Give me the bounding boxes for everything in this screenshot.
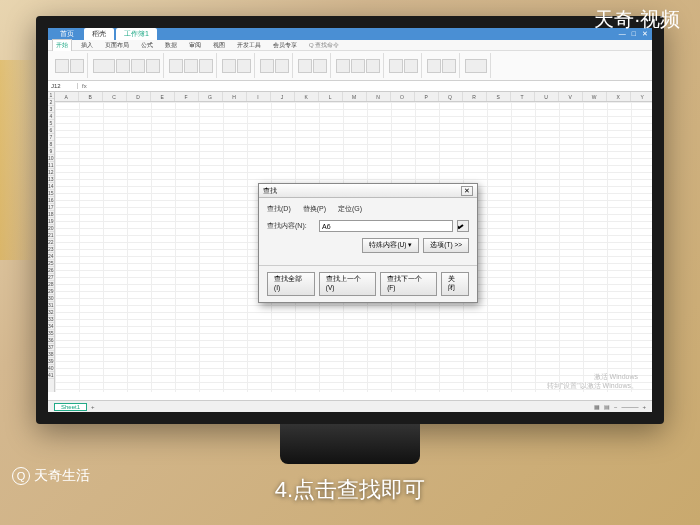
row-header[interactable]: 23 bbox=[48, 246, 54, 253]
zoom-out-icon[interactable]: − bbox=[614, 404, 618, 410]
row-header[interactable]: 37 bbox=[48, 344, 54, 351]
view-page-icon[interactable]: ▤ bbox=[604, 403, 610, 410]
ribbon-tab[interactable]: 开发工具 bbox=[234, 40, 264, 51]
row-col-icon[interactable] bbox=[404, 59, 418, 73]
col-header[interactable]: Y bbox=[631, 92, 652, 101]
italic-icon[interactable] bbox=[131, 59, 145, 73]
conditional-format-icon[interactable] bbox=[298, 59, 312, 73]
close-button[interactable]: 关闭 bbox=[441, 272, 469, 296]
find-all-button[interactable]: 查找全部(I) bbox=[267, 272, 315, 296]
number-format-icon[interactable] bbox=[260, 59, 274, 73]
row-header[interactable]: 30 bbox=[48, 295, 54, 302]
ribbon-tab[interactable]: 公式 bbox=[138, 40, 156, 51]
row-header[interactable]: 35 bbox=[48, 330, 54, 337]
row-header[interactable]: 21 bbox=[48, 232, 54, 239]
row-header[interactable]: 15 bbox=[48, 190, 54, 197]
col-header[interactable]: Q bbox=[439, 92, 463, 101]
row-header[interactable]: 3 bbox=[48, 106, 54, 113]
row-header[interactable]: 20 bbox=[48, 225, 54, 232]
row-header[interactable]: 38 bbox=[48, 351, 54, 358]
row-header[interactable]: 1 bbox=[48, 92, 54, 99]
sum-icon[interactable] bbox=[336, 59, 350, 73]
row-header[interactable]: 41 bbox=[48, 372, 54, 379]
freeze-icon[interactable] bbox=[442, 59, 456, 73]
worksheet-icon[interactable] bbox=[427, 59, 441, 73]
col-header[interactable]: W bbox=[583, 92, 607, 101]
view-normal-icon[interactable]: ▦ bbox=[594, 403, 600, 410]
row-header[interactable]: 11 bbox=[48, 162, 54, 169]
row-header[interactable]: 32 bbox=[48, 309, 54, 316]
row-header[interactable]: 19 bbox=[48, 218, 54, 225]
find-next-button[interactable]: 查找下一个(F) bbox=[380, 272, 437, 296]
zoom-slider[interactable]: ──── bbox=[621, 404, 638, 410]
tab-find[interactable]: 查找(D) bbox=[267, 205, 291, 212]
row-header[interactable]: 36 bbox=[48, 337, 54, 344]
wrap-icon[interactable] bbox=[237, 59, 251, 73]
col-header[interactable]: J bbox=[271, 92, 295, 101]
document-tab[interactable]: 工作簿1 bbox=[116, 28, 157, 40]
col-header[interactable]: H bbox=[223, 92, 247, 101]
col-header[interactable]: F bbox=[175, 92, 199, 101]
underline-icon[interactable] bbox=[146, 59, 160, 73]
row-header[interactable]: 27 bbox=[48, 274, 54, 281]
ribbon-search[interactable]: Q 查找命令 bbox=[306, 40, 342, 51]
bold-icon[interactable] bbox=[116, 59, 130, 73]
row-header[interactable]: 18 bbox=[48, 211, 54, 218]
row-header[interactable]: 7 bbox=[48, 134, 54, 141]
col-header[interactable]: P bbox=[415, 92, 439, 101]
row-header[interactable]: 34 bbox=[48, 323, 54, 330]
row-header[interactable]: 33 bbox=[48, 316, 54, 323]
ribbon-tab[interactable]: 数据 bbox=[162, 40, 180, 51]
col-header[interactable]: O bbox=[391, 92, 415, 101]
row-header[interactable]: 17 bbox=[48, 204, 54, 211]
col-header[interactable]: R bbox=[463, 92, 487, 101]
row-header[interactable]: 22 bbox=[48, 239, 54, 246]
zoom-in-icon[interactable]: + bbox=[642, 404, 646, 410]
ribbon-tab[interactable]: 插入 bbox=[78, 40, 96, 51]
row-header[interactable]: 10 bbox=[48, 155, 54, 162]
ribbon-tab[interactable]: 审阅 bbox=[186, 40, 204, 51]
col-header[interactable]: U bbox=[535, 92, 559, 101]
row-header[interactable]: 39 bbox=[48, 358, 54, 365]
dialog-close-button[interactable]: ✕ bbox=[461, 186, 473, 196]
row-header[interactable]: 2 bbox=[48, 99, 54, 106]
col-header[interactable]: M bbox=[343, 92, 367, 101]
fill-icon[interactable] bbox=[389, 59, 403, 73]
add-sheet-button[interactable]: + bbox=[91, 404, 95, 410]
sort-icon[interactable] bbox=[366, 59, 380, 73]
merge-icon[interactable] bbox=[222, 59, 236, 73]
col-header[interactable]: V bbox=[559, 92, 583, 101]
col-header[interactable]: A bbox=[55, 92, 79, 101]
row-header[interactable]: 5 bbox=[48, 120, 54, 127]
fx-icon[interactable]: fx bbox=[78, 83, 91, 89]
find-input[interactable] bbox=[319, 220, 453, 232]
row-header[interactable]: 14 bbox=[48, 183, 54, 190]
find-prev-button[interactable]: 查找上一个(V) bbox=[319, 272, 376, 296]
find-dropdown[interactable] bbox=[457, 220, 469, 232]
col-header[interactable]: I bbox=[247, 92, 271, 101]
ribbon-tab[interactable]: 视图 bbox=[210, 40, 228, 51]
col-header[interactable]: E bbox=[151, 92, 175, 101]
align-center-icon[interactable] bbox=[184, 59, 198, 73]
col-header[interactable]: L bbox=[319, 92, 343, 101]
sheet-tab[interactable]: Sheet1 bbox=[54, 403, 87, 411]
find-icon[interactable] bbox=[465, 59, 487, 73]
row-header[interactable]: 9 bbox=[48, 148, 54, 155]
col-header[interactable]: K bbox=[295, 92, 319, 101]
row-header[interactable]: 4 bbox=[48, 113, 54, 120]
row-header[interactable]: 31 bbox=[48, 302, 54, 309]
row-header[interactable]: 25 bbox=[48, 260, 54, 267]
options-button[interactable]: 选项(T) >> bbox=[423, 238, 469, 253]
col-header[interactable]: C bbox=[103, 92, 127, 101]
name-box[interactable]: J12 bbox=[48, 83, 78, 89]
row-header[interactable]: 26 bbox=[48, 267, 54, 274]
row-header[interactable]: 12 bbox=[48, 169, 54, 176]
cut-icon[interactable] bbox=[70, 59, 84, 73]
special-content-button[interactable]: 特殊内容(U) ▾ bbox=[362, 238, 419, 253]
row-header[interactable]: 40 bbox=[48, 365, 54, 372]
ribbon-tab[interactable]: 开始 bbox=[52, 39, 72, 51]
row-header[interactable]: 8 bbox=[48, 141, 54, 148]
col-header[interactable]: X bbox=[607, 92, 631, 101]
paste-icon[interactable] bbox=[55, 59, 69, 73]
row-header[interactable]: 29 bbox=[48, 288, 54, 295]
